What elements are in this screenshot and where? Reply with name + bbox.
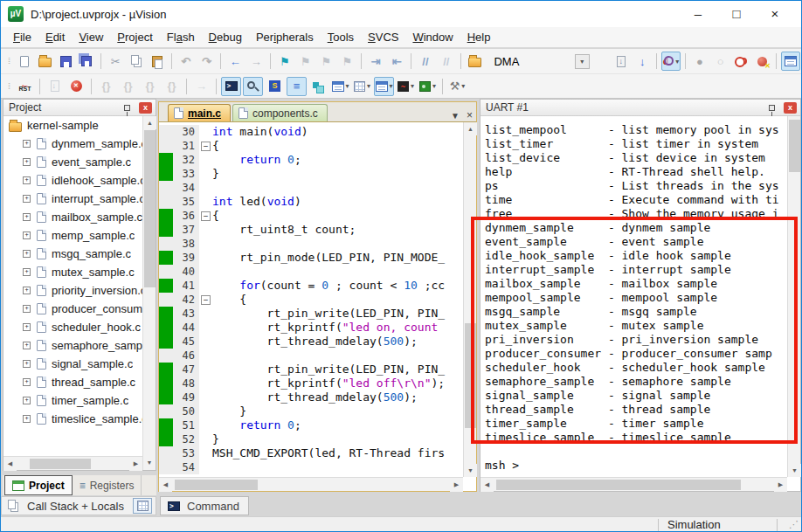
scrollbar-thumb[interactable]	[789, 120, 800, 172]
symbol-window-button[interactable]: S	[265, 77, 285, 96]
tree-item-producer_consumer-c[interactable]: +producer_consumer.c	[3, 300, 142, 318]
scroll-down-icon[interactable]: ▼	[142, 456, 156, 470]
uncomment-button[interactable]: //	[437, 52, 456, 71]
code-line-32[interactable]: 32 return 0;	[159, 153, 463, 167]
code-line-46[interactable]: 46	[159, 349, 463, 363]
close-panel-icon[interactable]: x	[784, 102, 797, 114]
code-line-50[interactable]: 50 }	[159, 404, 463, 418]
reset-cpu-button[interactable]: RST	[15, 77, 35, 96]
tab-list-menu-icon[interactable]: ▼	[451, 111, 460, 121]
memory-windows-button[interactable]: ▾	[352, 77, 372, 96]
memory-calculator-button[interactable]	[133, 498, 152, 514]
paste-button[interactable]	[148, 52, 167, 71]
close-button[interactable]: ×	[756, 3, 794, 25]
tree-item-priority_inversion-c[interactable]: +priority_inversion.c	[3, 281, 142, 300]
tree-item-mailbox_sample-c[interactable]: +mailbox_sample.c	[3, 208, 142, 226]
fold-collapse-icon[interactable]: −	[201, 295, 211, 305]
debug-toolbox-button[interactable]: ⚒▾	[447, 77, 467, 96]
resize-grip[interactable]: ⋰	[789, 519, 799, 530]
tree-item-event_sample-c[interactable]: +event_sample.c	[3, 153, 142, 171]
navigate-forward-button[interactable]: →	[246, 52, 266, 71]
registers-window-button[interactable]: ≡	[287, 77, 307, 96]
tree-item-semaphore_sample-c[interactable]: +semaphore_sample.c	[3, 336, 142, 355]
scroll-right-icon[interactable]: ▶	[129, 457, 142, 471]
expand-icon[interactable]: +	[23, 140, 31, 148]
stop-debug-button[interactable]	[66, 77, 86, 96]
uart-console[interactable]: list_mempool - list memory pool in sysli…	[481, 116, 787, 477]
target-select[interactable]: DMA▾	[486, 52, 591, 71]
breakpoint-disable-all-button[interactable]	[732, 52, 751, 71]
code-line-30[interactable]: 30int main(void)	[159, 125, 463, 139]
chevron-down-icon[interactable]: ▾	[390, 82, 393, 90]
command-window-button[interactable]	[221, 77, 241, 96]
code-line-40[interactable]: 40	[159, 265, 463, 279]
expand-icon[interactable]: +	[23, 287, 31, 294]
scroll-left-icon[interactable]: ◀	[481, 478, 494, 492]
comment-button[interactable]: //	[416, 52, 435, 71]
watch-windows-button[interactable]: ▾	[330, 77, 350, 96]
editor-horizontal-scrollbar[interactable]: ◀ ▶	[159, 477, 463, 491]
scrollbar-thumb[interactable]	[30, 459, 91, 469]
bookmark-toggle-button[interactable]: ⚑	[275, 52, 294, 71]
project-window-button[interactable]	[781, 52, 800, 71]
pin-icon[interactable]	[769, 105, 775, 111]
fold-collapse-icon[interactable]: −	[201, 211, 211, 221]
tree-item-dynmem_sample-c[interactable]: +dynmem_sample.c	[3, 135, 142, 153]
breakpoint-insert-button[interactable]: ●	[690, 52, 709, 71]
menu-edit[interactable]: Edit	[38, 28, 72, 46]
project-tree-horizontal-scrollbar[interactable]: ◀ ▶	[3, 456, 142, 470]
indent-button[interactable]: ⇥	[366, 52, 385, 71]
code-line-52[interactable]: 52}	[159, 432, 463, 446]
expand-icon[interactable]: +	[23, 176, 31, 184]
expand-icon[interactable]: +	[23, 158, 31, 166]
code-line-53[interactable]: 53MSH_CMD_EXPORT(led, RT-Thread firs	[159, 446, 463, 460]
expand-icon[interactable]: +	[23, 323, 31, 331]
menu-flash[interactable]: Flash	[160, 28, 202, 46]
project-tree-vertical-scrollbar[interactable]: ▲	[142, 116, 156, 456]
code-line-51[interactable]: 51 return 0;	[159, 418, 463, 432]
analysis-windows-button[interactable]: ~▾	[396, 77, 416, 96]
expand-icon[interactable]: +	[23, 231, 31, 239]
tree-item-timeslice_sample-c[interactable]: +timeslice_sample.c	[3, 410, 142, 428]
command-tab[interactable]: Command	[160, 496, 249, 515]
tree-root-kernel-sample[interactable]: kernel-sample	[3, 116, 142, 135]
save-button[interactable]	[57, 52, 76, 71]
editor-tab-main-c[interactable]: main.c	[168, 104, 231, 121]
step-button[interactable]: {}	[96, 77, 116, 96]
code-line-48[interactable]: 48 rt_kprintf("led off\r\n");	[159, 377, 463, 390]
target-options-button[interactable]	[466, 52, 485, 71]
code-line-43[interactable]: 43 rt_pin_write(LED_PIN, PIN_	[159, 307, 463, 321]
fold-collapse-icon[interactable]: −	[201, 142, 211, 151]
expand-icon[interactable]: +	[23, 268, 31, 276]
chevron-down-icon[interactable]: ▾	[461, 82, 465, 90]
close-panel-icon[interactable]: x	[139, 102, 152, 114]
menu-peripherals[interactable]: Peripherals	[249, 28, 321, 46]
code-line-33[interactable]: 33}	[159, 167, 463, 181]
expand-icon[interactable]: +	[23, 250, 31, 258]
undo-button[interactable]: ↶	[176, 52, 196, 71]
tree-item-idlehook_sample-c[interactable]: +idlehook_sample.c	[3, 171, 142, 190]
expand-icon[interactable]: +	[23, 342, 31, 349]
code-line-39[interactable]: 39 rt_pin_mode(LED_PIN, PIN_MODE_	[159, 251, 463, 265]
scroll-up-icon[interactable]: ▲	[143, 116, 156, 129]
scroll-down-icon[interactable]: ▼	[788, 464, 801, 477]
code-line-49[interactable]: 49 rt_thread_mdelay(500);	[159, 390, 463, 404]
scrollbar-thumb[interactable]	[496, 480, 741, 490]
menu-svcs[interactable]: SVCS	[361, 28, 405, 46]
call-stack-window-button[interactable]	[308, 77, 328, 96]
new-file-button[interactable]	[15, 52, 34, 71]
chevron-down-icon[interactable]: ▾	[575, 54, 590, 69]
maximize-button[interactable]: □	[717, 3, 756, 25]
code-line-38[interactable]: 38	[159, 237, 463, 251]
code-line-37[interactable]: 37 rt_uint8_t count;	[159, 223, 463, 237]
scroll-left-icon[interactable]: ◀	[159, 478, 172, 492]
scroll-right-icon[interactable]: ▶	[450, 478, 463, 492]
expand-icon[interactable]: +	[23, 213, 31, 221]
translate-file-button[interactable]	[612, 52, 631, 71]
code-line-36[interactable]: 36−{	[159, 209, 463, 223]
menu-file[interactable]: File	[6, 28, 38, 46]
step-out-button[interactable]: {}	[140, 77, 160, 96]
minimize-button[interactable]: –	[679, 3, 717, 25]
navigate-back-button[interactable]: ←	[225, 52, 245, 71]
cut-button[interactable]: ✂	[106, 52, 125, 71]
